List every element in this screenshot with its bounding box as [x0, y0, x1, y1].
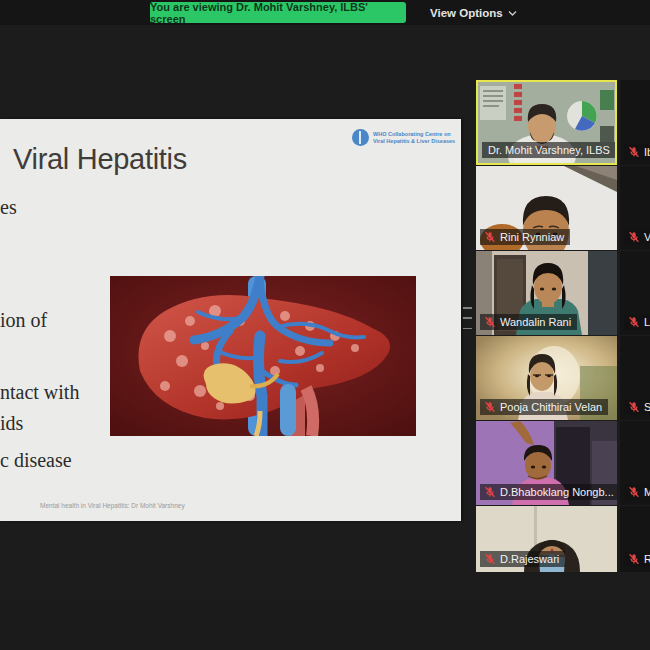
muted-mic-icon: [628, 553, 640, 565]
slide-text-fragment: es: [0, 196, 17, 219]
participant-name: D.Bhaboklang Nongb...: [500, 486, 614, 498]
participant-name-label: D.Bhaboklang Nongb...: [480, 484, 617, 500]
participant-name: Rini Rynniaw: [500, 231, 564, 243]
video-tile-partial[interactable]: Va: [620, 166, 650, 250]
video-tile-partial[interactable]: Ibi: [620, 80, 650, 165]
participant-name-label: Rit: [624, 551, 650, 567]
muted-mic-icon: [484, 316, 496, 328]
video-tile-partial[interactable]: Ma: [620, 421, 650, 505]
muted-mic-icon: [484, 231, 496, 243]
muted-mic-icon: [484, 401, 496, 413]
participant-name: Ma: [644, 486, 650, 498]
participant-name-label: Wandalin Rani: [480, 314, 577, 330]
muted-mic-icon: [628, 146, 640, 158]
participant-name-label: Rini Rynniaw: [480, 229, 570, 245]
chevron-down-icon: [508, 10, 517, 16]
participant-name: Rit: [644, 553, 650, 565]
who-logo-line1: WHO Collaborating Centre on: [373, 131, 455, 138]
participant-name: Wandalin Rani: [500, 316, 571, 328]
participant-name-label: Pooja Chithirai Velan: [480, 399, 608, 415]
slide-text-fragment: ntact with: [0, 381, 79, 404]
who-logo: WHO Collaborating Centre on Viral Hepati…: [352, 129, 455, 146]
muted-mic-icon: [628, 401, 640, 413]
liver-anatomy-image: [110, 276, 416, 436]
view-options-label: View Options: [430, 7, 503, 19]
video-tile[interactable]: Rini Rynniaw: [476, 166, 617, 250]
participant-name: Sa: [644, 401, 650, 413]
participant-name-label: D.Rajeswari: [480, 551, 565, 567]
who-emblem-icon: [352, 129, 369, 146]
video-tile[interactable]: Wandalin Rani: [476, 251, 617, 335]
meeting-toolbar: Security 95 Participants: [0, 600, 650, 650]
view-options-button[interactable]: View Options: [430, 4, 517, 21]
top-bar: You are viewing Dr. Mohit Varshney, ILBS…: [0, 0, 650, 25]
who-logo-line2: Viral Hepatitis & Liver Diseases: [373, 138, 455, 145]
muted-mic-icon: [484, 486, 496, 498]
participant-name-label: Ma: [624, 484, 650, 500]
participant-name: Lin: [644, 316, 650, 328]
slide-title: Viral Hepatitis: [13, 143, 187, 176]
video-tile-partial[interactable]: Sa: [620, 336, 650, 420]
banner-text: You are viewing Dr. Mohit Varshney, ILBS…: [150, 1, 406, 25]
participant-name-label: Lin: [624, 314, 650, 330]
video-tile[interactable]: D.Bhaboklang Nongb...: [476, 421, 617, 505]
video-tile[interactable]: D.Rajeswari: [476, 506, 617, 572]
participant-name-label: Ibi: [624, 144, 650, 160]
slide-text-fragment: c disease: [0, 449, 72, 472]
muted-mic-icon: [484, 553, 496, 565]
slide-footer-note: Mental health in Viral Hepatitis: Dr Moh…: [40, 502, 185, 509]
participant-name-label: Dr. Mohit Varshney, ILBS: [482, 142, 616, 158]
participant-name: Va: [644, 231, 650, 243]
video-tile-partial[interactable]: Lin: [620, 251, 650, 335]
participant-name-label: Va: [624, 229, 650, 245]
participant-name: D.Rajeswari: [500, 553, 559, 565]
slide-text-fragment: ids: [0, 412, 23, 435]
participant-name: Dr. Mohit Varshney, ILBS: [488, 144, 610, 156]
participant-name: Ibi: [644, 146, 650, 158]
muted-mic-icon: [628, 231, 640, 243]
panel-resize-handle[interactable]: [463, 305, 473, 331]
slide-text-fragment: ion of: [0, 309, 47, 332]
who-logo-text: WHO Collaborating Centre on Viral Hepati…: [373, 131, 455, 145]
video-tile[interactable]: Pooja Chithirai Velan: [476, 336, 617, 420]
participant-name: Pooja Chithirai Velan: [500, 401, 602, 413]
video-tile-speaker[interactable]: Dr. Mohit Varshney, ILBS: [476, 80, 617, 165]
participant-name-label: Sa: [624, 399, 650, 415]
video-tile-partial[interactable]: Rit: [620, 506, 650, 572]
muted-mic-icon: [628, 316, 640, 328]
zoom-meeting-window: You are viewing Dr. Mohit Varshney, ILBS…: [0, 0, 650, 650]
viewing-screen-banner: You are viewing Dr. Mohit Varshney, ILBS…: [150, 2, 406, 23]
muted-mic-icon: [628, 486, 640, 498]
shared-screen-slide: Viral Hepatitis WHO Collaborating Centre…: [0, 119, 461, 521]
